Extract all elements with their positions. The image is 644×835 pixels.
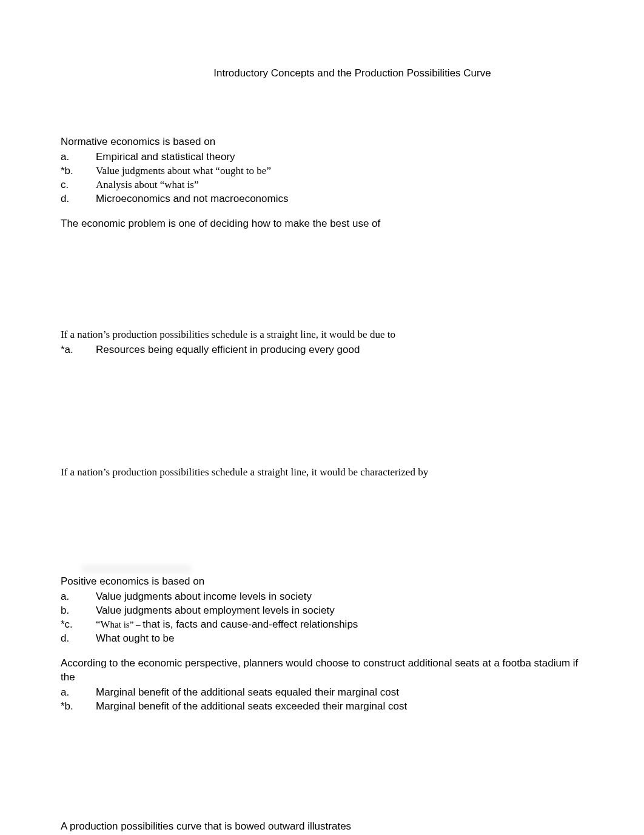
option-text: Analysis about “what is” xyxy=(96,178,583,192)
option-text-mid: hat is” – xyxy=(110,620,143,629)
option-label: *b. xyxy=(61,164,96,178)
question-4: If a nation’s production possibilities s… xyxy=(61,466,583,480)
option-text: Value judgments about what “ought to be” xyxy=(96,164,583,178)
blurred-placeholder xyxy=(82,565,191,573)
q5-stem: Positive economics is based on xyxy=(61,575,583,589)
question-2: The economic problem is one of deciding … xyxy=(61,217,583,231)
question-3: If a nation’s production possibilities s… xyxy=(61,328,583,357)
question-5: Positive economics is based on a. Value … xyxy=(61,575,583,646)
q4-stem: If a nation’s production possibilities s… xyxy=(61,466,583,480)
q1-option-a: a. Empirical and statistical theory xyxy=(61,150,583,164)
q7-stem: A production possibilities curve that is… xyxy=(61,820,583,834)
q5-option-b: b. Value judgments about employment leve… xyxy=(61,604,583,618)
option-label: a. xyxy=(61,150,96,164)
q1-option-b: *b. Value judgments about what “ought to… xyxy=(61,164,583,178)
option-text-prefix: “W xyxy=(96,619,110,630)
option-text: Value judgments about employment levels … xyxy=(96,604,583,618)
option-text: Empirical and statistical theory xyxy=(96,150,583,164)
question-6: According to the economic perspective, p… xyxy=(61,657,583,714)
q1-option-d: d. Microeconomics and not macroeconomics xyxy=(61,192,583,206)
q1-option-c: c. Analysis about “what is” xyxy=(61,178,583,192)
option-label: b. xyxy=(61,604,96,618)
option-text: Microeconomics and not macroeconomics xyxy=(96,192,583,206)
q6-stem: According to the economic perspective, p… xyxy=(61,657,583,685)
q6-option-b: *b. Marginal benefit of the additional s… xyxy=(61,700,583,714)
option-label: *b. xyxy=(61,700,96,714)
option-label: a. xyxy=(61,686,96,700)
option-text: What ought to be xyxy=(96,632,583,646)
question-7: A production possibilities curve that is… xyxy=(61,820,583,835)
q2-stem: The economic problem is one of deciding … xyxy=(61,217,583,231)
q5-option-c: *c. “What is” – that is, facts and cause… xyxy=(61,618,583,632)
option-label: d. xyxy=(61,192,96,206)
option-text: Value judgments about income levels in s… xyxy=(96,590,583,604)
option-label: *a. xyxy=(61,343,96,357)
option-text: “What is” – that is, facts and cause-and… xyxy=(96,618,583,632)
q1-stem: Normative economics is based on xyxy=(61,135,583,149)
page-title: Introductory Concepts and the Production… xyxy=(61,67,583,81)
option-text: Marginal benefit of the additional seats… xyxy=(96,686,583,700)
q6-option-a: a. Marginal benefit of the additional se… xyxy=(61,686,583,700)
option-label: a. xyxy=(61,590,96,604)
q3-stem: If a nation’s production possibilities s… xyxy=(61,328,583,342)
option-label: c. xyxy=(61,178,96,192)
option-label: *c. xyxy=(61,618,96,632)
option-text: Resources being equally efficient in pro… xyxy=(96,343,583,357)
option-text: Marginal benefit of the additional seats… xyxy=(96,700,583,714)
option-text-suffix: that is, facts and cause-and-effect rela… xyxy=(143,619,358,630)
q5-option-d: d. What ought to be xyxy=(61,632,583,646)
option-label: d. xyxy=(61,632,96,646)
question-1: Normative economics is based on a. Empir… xyxy=(61,135,583,206)
q3-option-a: *a. Resources being equally efficient in… xyxy=(61,343,583,357)
q5-option-a: a. Value judgments about income levels i… xyxy=(61,590,583,604)
